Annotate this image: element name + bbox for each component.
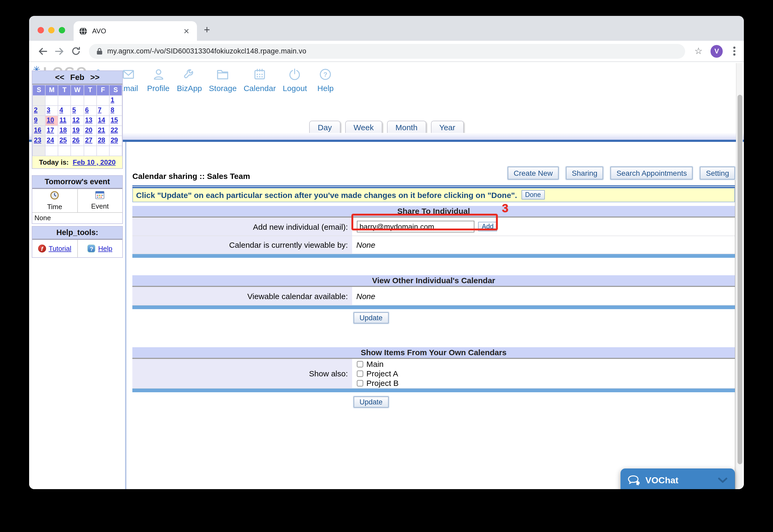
tab-day[interactable]: Day <box>309 121 340 133</box>
calendar-day-18[interactable]: 18 <box>59 126 71 136</box>
browser-toolbar: my.agnx.com/-/vo/SID600313304fokiuzokcl1… <box>29 41 744 62</box>
action-buttons: Create NewSharingSearch AppointmentsSett… <box>508 167 735 179</box>
tab-month[interactable]: Month <box>387 121 426 133</box>
search-appointments-button[interactable]: Search Appointments <box>611 167 693 179</box>
sharing-button[interactable]: Sharing <box>566 167 603 179</box>
calendar-day-16[interactable]: 16 <box>33 126 45 136</box>
calendar-day-22[interactable]: 22 <box>110 126 122 136</box>
bookmark-star-icon[interactable]: ☆ <box>693 46 704 57</box>
show-section-header: Show Items From Your Own Calendars <box>132 347 735 359</box>
calendar-day-23[interactable]: 23 <box>33 136 45 146</box>
notice-bar: Click "Update" on each particular sectio… <box>132 188 735 202</box>
calendar-day-14[interactable]: 14 <box>97 116 109 125</box>
nav-item-logout[interactable]: Logout <box>283 67 307 93</box>
calendar-day-21[interactable]: 21 <box>97 126 109 136</box>
header-band-rule <box>29 140 744 142</box>
done-button[interactable]: Done <box>521 190 545 200</box>
window-minimize-button[interactable] <box>48 27 55 33</box>
calendar-day-3[interactable]: 3 <box>46 106 58 115</box>
help-icon: ? <box>318 67 333 82</box>
calendar-day-empty <box>110 146 122 156</box>
day-header: S <box>33 85 45 95</box>
day-header: T <box>84 85 96 95</box>
calendar-day-11[interactable]: 11 <box>59 116 71 125</box>
browser-avatar[interactable]: V <box>711 45 723 57</box>
calendar-day-6[interactable]: 6 <box>84 106 96 115</box>
browser-tabstrip: AVO ✕ + <box>29 16 744 41</box>
calendar-day-13[interactable]: 13 <box>84 116 96 125</box>
checkbox-main[interactable] <box>357 361 363 367</box>
add-button[interactable]: Add <box>478 222 497 231</box>
calendar-day-28[interactable]: 28 <box>97 136 109 146</box>
reload-icon[interactable] <box>70 45 82 57</box>
mini-calendar-month: Feb <box>66 73 88 82</box>
day-header: M <box>46 85 58 95</box>
calendar-day-12[interactable]: 12 <box>71 116 83 125</box>
calendar-day-empty <box>46 96 58 105</box>
tab-year[interactable]: Year <box>431 121 464 133</box>
page-content: ✳ LOGO LOGO HomeEmailProfileBizAppStorag… <box>29 62 744 489</box>
email-input[interactable] <box>357 221 474 232</box>
checkbox-project-a[interactable] <box>357 370 363 377</box>
calendar-day-2[interactable]: 2 <box>33 106 45 115</box>
today-date-link[interactable]: Feb 10 , 2020 <box>73 158 116 166</box>
prev-month-button[interactable]: << <box>55 73 64 82</box>
window-zoom-button[interactable] <box>59 27 65 33</box>
calendar-day-7[interactable]: 7 <box>97 106 109 115</box>
scrollbar-thumb[interactable] <box>737 95 742 464</box>
calendar-day-29[interactable]: 29 <box>110 136 122 146</box>
calendar-day-26[interactable]: 26 <box>71 136 83 146</box>
calendar-day-15[interactable]: 15 <box>110 116 122 125</box>
checkbox-project-b[interactable] <box>357 380 363 386</box>
calendar-day-25[interactable]: 25 <box>59 136 71 146</box>
help-tools-title: Help_tools: <box>32 227 122 240</box>
setting-button[interactable]: Setting <box>700 167 735 179</box>
calendar-day-19[interactable]: 19 <box>71 126 83 136</box>
tomorrow-event-label: Event <box>78 202 122 210</box>
next-month-button[interactable]: >> <box>90 73 100 82</box>
calendar-day-1[interactable]: 1 <box>110 96 122 105</box>
calendar-day-empty <box>97 146 109 156</box>
calendar-day-17[interactable]: 17 <box>46 126 58 136</box>
mini-calendar: << Feb >> SMTWTFS12345678910111213141516… <box>32 70 123 169</box>
show-section-update-button[interactable]: Update <box>354 396 388 408</box>
browser-window: AVO ✕ + my.agnx.com/-/vo/SID600313304fok… <box>29 16 744 489</box>
tab-week[interactable]: Week <box>345 121 382 133</box>
browser-tab[interactable]: AVO ✕ <box>74 21 197 41</box>
page-scrollbar[interactable] <box>736 63 743 488</box>
tab-close-icon[interactable]: ✕ <box>181 27 192 35</box>
nav-item-label: BizApp <box>177 84 202 93</box>
window-close-button[interactable] <box>38 27 44 33</box>
create-new-button[interactable]: Create New <box>508 167 559 179</box>
new-tab-button[interactable]: + <box>204 24 210 35</box>
browser-menu-icon[interactable] <box>730 47 739 56</box>
nav-item-storage[interactable]: Storage <box>209 67 237 93</box>
viewable-calendar-value: None <box>352 291 735 300</box>
nav-item-help[interactable]: ?Help <box>314 67 337 93</box>
storage-icon <box>216 67 230 82</box>
calendar-day-empty <box>46 146 58 156</box>
calendar-day-4[interactable]: 4 <box>59 106 71 115</box>
nav-item-calendar[interactable]: Calendar <box>244 67 276 93</box>
back-icon[interactable] <box>37 45 49 57</box>
tutorial-link[interactable]: Tutorial <box>49 245 71 253</box>
calendar-day-24[interactable]: 24 <box>46 136 58 146</box>
nav-item-bizapp[interactable]: BizApp <box>177 67 202 93</box>
day-header: W <box>71 85 83 95</box>
calendar-day-empty <box>71 96 83 105</box>
chat-widget[interactable]: VOChat <box>621 468 735 489</box>
view-tabs: DayWeekMonthYear <box>29 121 744 133</box>
calendar-day-10[interactable]: 10 <box>46 116 58 125</box>
calendar-day-9[interactable]: 9 <box>33 116 45 125</box>
chevron-down-icon[interactable] <box>718 477 727 483</box>
view-section-update-button[interactable]: Update <box>354 312 388 323</box>
help-link[interactable]: Help <box>98 245 113 253</box>
email-icon <box>121 67 135 82</box>
forward-icon[interactable] <box>53 45 66 57</box>
calendar-day-27[interactable]: 27 <box>84 136 96 146</box>
calendar-day-8[interactable]: 8 <box>110 106 122 115</box>
calendar-day-20[interactable]: 20 <box>84 126 96 136</box>
nav-item-profile[interactable]: Profile <box>147 67 170 93</box>
calendar-day-5[interactable]: 5 <box>71 106 83 115</box>
address-bar[interactable]: my.agnx.com/-/vo/SID600313304fokiuzokcl1… <box>89 44 685 58</box>
